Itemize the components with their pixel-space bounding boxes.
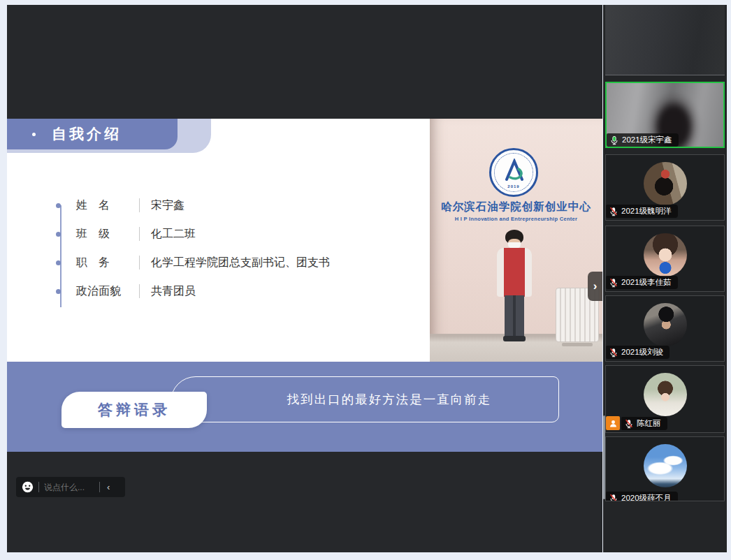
person-red-vest — [497, 248, 532, 297]
participant-tile-chenhongli[interactable]: 陈红丽 — [605, 365, 725, 433]
mic-muted-icon — [624, 419, 634, 429]
wall-title-en: H I P Innovation and Entrepreneurship Ce… — [430, 216, 602, 222]
quote-band: 找到出口的最好方法是一直向前走 答辩语录 — [7, 362, 602, 452]
sidebar-scrollbar[interactable] — [603, 415, 605, 499]
mic-muted-icon — [609, 494, 618, 502]
mic-muted-icon — [609, 348, 618, 358]
name-badge: 2021级魏明洋 — [606, 205, 678, 218]
participant-tile-lijiaru[interactable]: 2021级李佳茹 — [605, 226, 725, 292]
info-label: 政治面貌 — [76, 284, 136, 299]
sidebar-expand-button[interactable]: › — [588, 272, 602, 301]
name-badge: 2020级薛丕月 — [606, 492, 678, 501]
info-row-class: 班 级 化工二班 — [56, 226, 196, 242]
participant-name: 2021级刘骏 — [621, 347, 663, 358]
name-badge: 2021级刘骏 — [606, 346, 670, 359]
participants-sidebar: 2021级宋宇鑫 2021级魏明洋 — [603, 5, 727, 552]
mic-on-icon — [609, 135, 619, 145]
chevron-right-icon: › — [593, 279, 598, 293]
info-value: 宋宇鑫 — [151, 198, 184, 213]
bullet-icon — [56, 260, 61, 265]
participant-name: 2021级魏明洋 — [621, 206, 672, 216]
header-bullet-icon — [32, 133, 36, 136]
avatar — [644, 444, 687, 487]
bullet-icon — [56, 203, 61, 208]
meeting-window: 自我介绍 姓 名 宋宇鑫 班 级 化工二班 职 务 化学工程学院团总支副书记、团… — [0, 0, 731, 560]
mic-muted-icon — [609, 278, 618, 288]
center-logo: 2019 — [489, 148, 538, 197]
mic-muted-icon — [609, 207, 618, 216]
info-label: 职 务 — [76, 256, 136, 270]
person-shoes — [503, 336, 526, 341]
info-value: 共青团员 — [151, 284, 196, 299]
chat-bar[interactable]: ‹ — [16, 477, 125, 497]
participant-tile-partial[interactable] — [605, 5, 725, 75]
divider — [38, 482, 39, 492]
avatar — [644, 373, 687, 416]
quote-label-card: 答辩语录 — [61, 392, 207, 428]
participant-tile-xuepiyue[interactable]: 2020级薛丕月 — [605, 436, 725, 501]
person-icon — [609, 419, 618, 428]
participant-name: 2021级李佳茹 — [621, 277, 672, 288]
slide-photo: 2019 哈尔滨石油学院创新创业中心 H I P Innovation and … — [430, 119, 602, 362]
divider — [139, 284, 140, 298]
person-masked-face — [508, 239, 521, 249]
info-row-position: 职 务 化学工程学院团总支副书记、团支书 — [56, 254, 330, 271]
divider — [99, 482, 100, 492]
avatar — [644, 162, 687, 205]
participant-name: 陈红丽 — [637, 418, 661, 429]
participant-name: 2021级宋宇鑫 — [622, 135, 672, 145]
quote-label: 答辩语录 — [98, 400, 171, 420]
slide-title: 自我介绍 — [7, 124, 122, 144]
host-badge — [606, 416, 620, 430]
logo-mark-icon — [502, 159, 530, 182]
divider — [139, 256, 140, 270]
quote-text: 找到出口的最好方法是一直向前走 — [238, 391, 492, 408]
chat-collapse-icon[interactable]: ‹ — [105, 482, 112, 492]
info-row-name: 姓 名 宋宇鑫 — [56, 197, 184, 214]
name-badge: 2021级李佳茹 — [606, 276, 678, 289]
participant-name: 2020级薛丕月 — [621, 493, 672, 501]
participant-tile-songyuxin[interactable]: 2021级宋宇鑫 — [605, 82, 725, 148]
name-badge: 陈红丽 — [621, 417, 667, 430]
divider — [139, 227, 140, 241]
bullet-icon — [56, 289, 61, 294]
avatar — [644, 303, 687, 346]
info-label: 姓 名 — [76, 198, 136, 213]
info-row-political-status: 政治面貌 共青团员 — [56, 283, 196, 300]
chat-input[interactable] — [44, 482, 94, 492]
quote-outline-box: 找到出口的最好方法是一直向前走 — [171, 376, 559, 422]
person-pants — [505, 295, 524, 337]
wall-title-cn: 哈尔滨石油学院创新创业中心 — [430, 200, 602, 214]
shared-screen-stage: 自我介绍 姓 名 宋宇鑫 班 级 化工二班 职 务 化学工程学院团总支副书记、团… — [7, 5, 602, 552]
presentation-slide: 自我介绍 姓 名 宋宇鑫 班 级 化工二班 职 务 化学工程学院团总支副书记、团… — [7, 119, 602, 362]
bullet-icon — [56, 232, 61, 237]
participant-tile-liujun[interactable]: 2021级刘骏 — [605, 295, 725, 362]
slide-header-banner: 自我介绍 — [7, 119, 178, 149]
logo-year: 2019 — [491, 184, 536, 189]
avatar — [644, 233, 687, 277]
divider — [139, 198, 140, 212]
info-label: 班 级 — [76, 227, 136, 242]
participant-tile-weimingyang[interactable]: 2021级魏明洋 — [605, 154, 725, 221]
info-value: 化工二班 — [151, 227, 196, 242]
name-badge: 2021级宋宇鑫 — [607, 133, 679, 147]
emoji-icon[interactable] — [22, 481, 34, 493]
info-value: 化学工程学院团总支副书记、团支书 — [151, 256, 330, 270]
